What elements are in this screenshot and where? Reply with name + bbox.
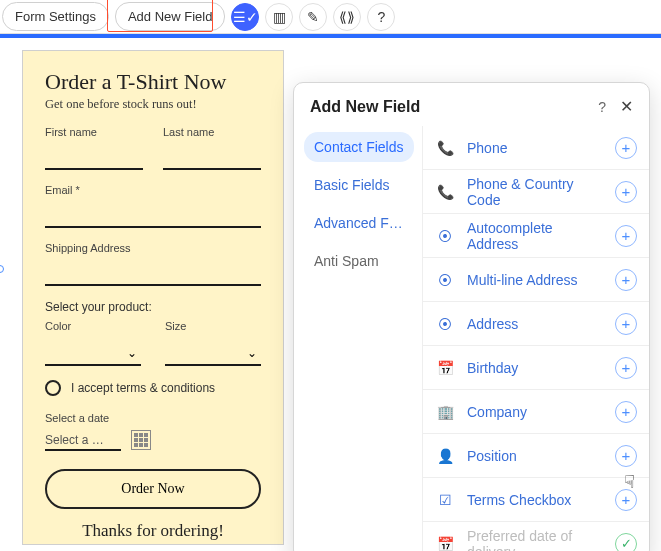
resize-handle-left[interactable] xyxy=(0,265,4,273)
add-field-button[interactable]: + xyxy=(615,445,637,467)
panel-header: Add New Field ? ✕ xyxy=(294,83,649,126)
field-label: Preferred date of delivery xyxy=(467,528,603,552)
panel-title: Add New Field xyxy=(310,98,420,116)
chevron-down-icon: ⌄ xyxy=(127,346,137,360)
field-label: Autocomplete Address xyxy=(467,220,603,252)
panel-help-icon[interactable]: ? xyxy=(598,99,606,115)
date-section-label: Select a date xyxy=(45,412,261,424)
color-select[interactable]: Color ⌄ xyxy=(45,320,141,366)
field-label: Company xyxy=(467,404,603,420)
field-type-icon: ☑ xyxy=(435,492,455,508)
form-title: Order a T-Shirt Now xyxy=(45,69,261,95)
field-option[interactable]: ⦿Multi-line Address+ xyxy=(423,258,649,302)
add-field-button[interactable]: + xyxy=(615,181,637,203)
chevron-down-icon: ⌄ xyxy=(247,346,257,360)
size-select[interactable]: Size ⌄ xyxy=(165,320,261,366)
list-check-icon[interactable]: ☰✓ xyxy=(231,3,259,31)
help-icon[interactable]: ? xyxy=(367,3,395,31)
field-option[interactable]: 👤Position+ xyxy=(423,434,649,478)
date-input[interactable]: Select a … xyxy=(45,433,121,451)
field-type-icon: 📅 xyxy=(435,536,455,552)
code-icon[interactable]: ⟪⟫ xyxy=(333,3,361,31)
field-option[interactable]: ⦿Autocomplete Address+ xyxy=(423,214,649,258)
field-type-icon: ⦿ xyxy=(435,316,455,332)
field-type-icon: 📅 xyxy=(435,360,455,376)
calendar-icon[interactable] xyxy=(131,430,151,450)
thanks-message: Thanks for ordering! xyxy=(45,521,261,541)
form-settings-button[interactable]: Form Settings xyxy=(2,2,109,31)
field-type-icon: 👤 xyxy=(435,448,455,464)
add-field-button[interactable]: + xyxy=(615,357,637,379)
field-option[interactable]: 📞Phone & Country Code+ xyxy=(423,170,649,214)
email-label: Email * xyxy=(45,184,261,196)
field-label: Position xyxy=(467,448,603,464)
panel-tab[interactable]: Anti Spam xyxy=(304,246,414,276)
color-label: Color xyxy=(45,320,141,332)
email-input[interactable] xyxy=(45,202,261,228)
first-name-label: First name xyxy=(45,126,143,138)
form-subtitle: Get one before stock runs out! xyxy=(45,97,261,112)
field-added-icon[interactable]: ✓ xyxy=(615,533,637,552)
last-name-input[interactable] xyxy=(163,144,261,170)
form-preview: Order a T-Shirt Now Get one before stock… xyxy=(22,50,284,545)
field-type-icon: 📞 xyxy=(435,140,455,156)
field-label: Phone xyxy=(467,140,603,156)
panel-tab[interactable]: Basic Fields xyxy=(304,170,414,200)
panel-tab[interactable]: Contact Fields xyxy=(304,132,414,162)
selection-border-top xyxy=(0,34,661,38)
add-new-field-button[interactable]: Add New Field xyxy=(115,2,226,31)
field-label: Multi-line Address xyxy=(467,272,603,288)
order-now-button[interactable]: Order Now xyxy=(45,469,261,509)
field-option[interactable]: 📅Preferred date of delivery✓ xyxy=(423,522,649,551)
editor-toolbar: Form Settings Add New Field ☰✓ ▥ ✎ ⟪⟫ ? xyxy=(0,0,661,34)
select-product-label: Select your product: xyxy=(45,300,261,314)
first-name-input[interactable] xyxy=(45,144,143,170)
add-field-panel: Add New Field ? ✕ Contact FieldsBasic Fi… xyxy=(293,82,650,551)
field-type-icon: 📞 xyxy=(435,184,455,200)
field-option[interactable]: ☑Terms Checkbox+ xyxy=(423,478,649,522)
add-field-button[interactable]: + xyxy=(615,225,637,247)
add-field-button[interactable]: + xyxy=(615,489,637,511)
field-option[interactable]: ⦿Address+ xyxy=(423,302,649,346)
field-type-icon: 🏢 xyxy=(435,404,455,420)
field-label: Terms Checkbox xyxy=(467,492,603,508)
last-name-label: Last name xyxy=(163,126,261,138)
panel-tab[interactable]: Advanced Fie… xyxy=(304,208,414,238)
panel-tabs: Contact FieldsBasic FieldsAdvanced Fie…A… xyxy=(294,126,422,551)
field-type-icon: ⦿ xyxy=(435,228,455,244)
field-type-icon: ⦿ xyxy=(435,272,455,288)
terms-checkbox-row[interactable]: I accept terms & conditions xyxy=(45,380,261,396)
field-option[interactable]: 🏢Company+ xyxy=(423,390,649,434)
add-field-button[interactable]: + xyxy=(615,313,637,335)
brush-icon[interactable]: ✎ xyxy=(299,3,327,31)
field-label: Address xyxy=(467,316,603,332)
close-icon[interactable]: ✕ xyxy=(620,97,633,116)
size-label: Size xyxy=(165,320,261,332)
radio-icon xyxy=(45,380,61,396)
field-label: Birthday xyxy=(467,360,603,376)
terms-label: I accept terms & conditions xyxy=(71,381,215,395)
editor-canvas: Order a T-Shirt Now Get one before stock… xyxy=(0,40,661,551)
add-field-button[interactable]: + xyxy=(615,269,637,291)
field-option[interactable]: 📞Phone+ xyxy=(423,126,649,170)
add-field-button[interactable]: + xyxy=(615,137,637,159)
add-field-button[interactable]: + xyxy=(615,401,637,423)
field-option[interactable]: 📅Birthday+ xyxy=(423,346,649,390)
layout-icon[interactable]: ▥ xyxy=(265,3,293,31)
field-label: Phone & Country Code xyxy=(467,176,603,208)
shipping-label: Shipping Address xyxy=(45,242,261,254)
field-list: 📞Phone+📞Phone & Country Code+⦿Autocomple… xyxy=(422,126,649,551)
shipping-input[interactable] xyxy=(45,260,261,286)
